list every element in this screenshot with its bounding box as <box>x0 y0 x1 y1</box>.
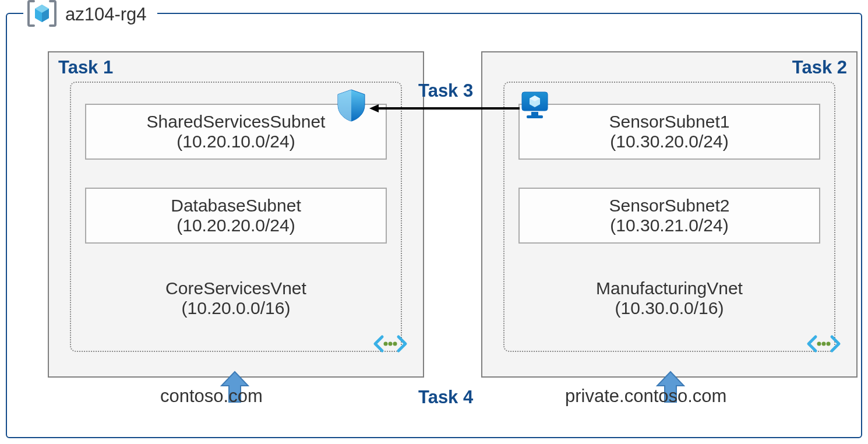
task1-title: Task 1 <box>58 57 113 78</box>
svg-point-4 <box>389 342 393 346</box>
peering-arrow <box>369 104 520 108</box>
virtual-network-icon <box>806 332 841 355</box>
vnet-manufacturing-label: ManufacturingVnet (10.30.0.0/16) <box>504 279 834 318</box>
svg-marker-16 <box>369 104 379 112</box>
subnet-name: SensorSubnet1 <box>520 112 819 132</box>
subnet-cidr: (10.20.10.0/24) <box>86 132 386 151</box>
subnet-name: DatabaseSubnet <box>86 196 386 216</box>
resource-group-name: az104-rg4 <box>65 4 147 25</box>
vnet-core-services-label: CoreServicesVnet (10.20.0.0/16) <box>71 279 401 318</box>
svg-rect-14 <box>527 115 543 118</box>
application-security-group-icon <box>518 89 551 121</box>
subnet-sensor2: SensorSubnet2 (10.30.21.0/24) <box>518 188 820 244</box>
subnet-sensor1: SensorSubnet1 (10.30.20.0/24) <box>518 104 820 160</box>
task2-title: Task 2 <box>792 57 847 78</box>
task2-vnet-boundary: SensorSubnet1 (10.30.20.0/24) SensorSubn… <box>503 82 835 352</box>
resource-group-label: az104-rg4 <box>23 0 157 29</box>
shield-icon <box>333 87 369 124</box>
resource-group-icon <box>27 0 57 29</box>
vnet-cidr: (10.20.0.0/16) <box>71 298 401 318</box>
svg-point-3 <box>384 342 388 346</box>
svg-point-5 <box>393 342 397 346</box>
vnet-name: CoreServicesVnet <box>71 279 401 298</box>
vnet-name: ManufacturingVnet <box>504 279 834 298</box>
vnet-cidr: (10.30.0.0/16) <box>504 298 834 318</box>
subnet-cidr: (10.20.20.0/24) <box>86 216 386 235</box>
subnet-database: DatabaseSubnet (10.20.20.0/24) <box>85 188 387 244</box>
svg-point-7 <box>822 342 826 346</box>
subnet-cidr: (10.30.21.0/24) <box>520 216 819 235</box>
subnet-cidr: (10.30.20.0/24) <box>520 132 819 151</box>
dns-label-private-contoso: private.contoso.com <box>565 386 726 407</box>
virtual-network-icon <box>373 332 408 355</box>
svg-point-6 <box>817 342 821 346</box>
svg-point-8 <box>827 342 831 346</box>
subnet-name: SensorSubnet2 <box>520 196 819 216</box>
task4-title: Task 4 <box>418 387 473 408</box>
task3-title: Task 3 <box>418 80 473 101</box>
svg-rect-13 <box>531 112 538 115</box>
dns-label-contoso: contoso.com <box>160 386 263 407</box>
